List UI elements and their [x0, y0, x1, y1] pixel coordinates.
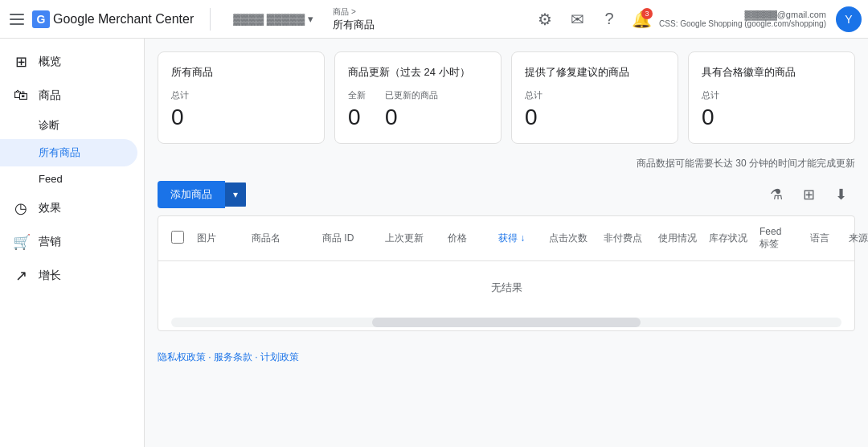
data-note: 商品数据可能需要长达 30 分钟的时间才能完成更新 — [158, 157, 855, 170]
product-updates-card-title: 商品更新（过去 24 小时） — [348, 65, 488, 80]
notification-icon[interactable]: 🔔 3 — [627, 5, 656, 34]
sidebar-item-growth[interactable]: ↗ 增长 — [0, 259, 137, 293]
all-products-card-subs: 总计 0 — [171, 89, 311, 130]
select-all-checkbox[interactable] — [171, 231, 184, 244]
approved-card-subs: 总计 0 — [702, 89, 841, 130]
scrollbar-thumb[interactable] — [372, 318, 641, 327]
sidebar-label-overview: 概览 — [39, 55, 61, 69]
css-label: CSS: Google Shopping (google.com/shoppin… — [659, 19, 826, 28]
col-header-feed: Feed标签 — [760, 226, 804, 251]
sidebar-label-marketing: 营销 — [39, 235, 61, 249]
footer-sep-1: · — [208, 351, 214, 363]
sidebar-item-overview[interactable]: ⊞ 概览 — [0, 45, 137, 79]
sidebar-item-feed[interactable]: Feed — [0, 166, 137, 191]
mail-icon[interactable]: ✉ — [563, 5, 592, 34]
sidebar: ⊞ 概览 🛍 商品 诊断 所有商品 Feed ◷ 效果 🛒 营销 ↗ 增长 — [0, 39, 145, 447]
product-updates-card: 商品更新（过去 24 小时） 全新 0 已更新的商品 0 — [334, 51, 502, 144]
approved-card: 具有合格徽章的商品 总计 0 — [688, 51, 855, 144]
earn-sort-icon: ↓ — [520, 232, 525, 244]
checkbox-col[interactable] — [171, 231, 190, 246]
avatar[interactable]: Y — [836, 6, 862, 32]
col-header-stock: 库存状况 — [709, 232, 753, 245]
topbar-right: ⚙ ✉ ? 🔔 3 ▓▓▓▓▓@gmail.com CSS: Google Sh… — [530, 5, 862, 34]
google-logo: G Google Merchant Center — [32, 10, 194, 28]
account-name: ▓▓▓▓ ▓▓▓▓▓ — [233, 13, 305, 25]
approved-total: 总计 0 — [702, 89, 719, 130]
topbar-left: G Google Merchant Center ▓▓▓▓ ▓▓▓▓▓ ▾ 商品… — [6, 6, 375, 32]
notification-badge: 3 — [641, 8, 653, 19]
sidebar-item-diagnosis[interactable]: 诊断 — [0, 112, 137, 139]
growth-icon: ↗ — [13, 267, 29, 285]
approved-total-value: 0 — [702, 105, 719, 130]
topbar: G Google Merchant Center ▓▓▓▓ ▓▓▓▓▓ ▾ 商品… — [0, 0, 868, 39]
breadcrumb-parent: 商品 > — [333, 6, 375, 18]
add-product-button[interactable]: 添加商品 ▾ — [158, 181, 246, 208]
filter-icon[interactable]: ⚗ — [762, 180, 791, 209]
all-products-total-value: 0 — [171, 105, 189, 130]
add-product-main[interactable]: 添加商品 — [158, 181, 225, 208]
columns-icon[interactable]: ⊞ — [794, 180, 823, 209]
horizontal-scrollbar[interactable] — [171, 318, 841, 327]
col-header-usage: 使用情况 — [658, 232, 702, 245]
all-products-total-label: 总计 — [171, 89, 189, 101]
all-products-total: 总计 0 — [171, 89, 189, 130]
product-updates-updated: 已更新的商品 0 — [385, 89, 438, 130]
suggestions-total-value: 0 — [525, 105, 542, 130]
col-header-image: 图片 — [197, 232, 245, 245]
sidebar-item-all-products[interactable]: 所有商品 — [0, 139, 137, 166]
suggestions-total: 总计 0 — [525, 89, 542, 130]
product-updates-new-label: 全新 — [348, 89, 366, 101]
col-header-earn[interactable]: 获得 ↓ — [498, 232, 542, 245]
table-toolbar: 添加商品 ▾ ⚗ ⊞ ⬇ — [158, 180, 855, 209]
col-header-update: 上次更新 — [385, 232, 441, 245]
toolbar-icons: ⚗ ⊞ ⬇ — [762, 180, 855, 209]
user-email: ▓▓▓▓▓@gmail.com — [745, 10, 826, 19]
product-updates-new-value: 0 — [348, 105, 366, 130]
download-icon[interactable]: ⬇ — [826, 180, 855, 209]
breadcrumb: 商品 > 所有商品 — [333, 6, 375, 32]
product-updates-updated-label: 已更新的商品 — [385, 89, 438, 101]
products-icon: 🛍 — [13, 87, 29, 104]
all-products-card-title: 所有商品 — [171, 65, 311, 80]
footer-privacy-link[interactable]: 隐私权政策 — [158, 351, 206, 363]
breadcrumb-current: 所有商品 — [333, 18, 375, 32]
sidebar-label-performance: 效果 — [39, 201, 61, 215]
app-title: Google Merchant Center — [53, 12, 194, 27]
product-updates-card-subs: 全新 0 已更新的商品 0 — [348, 89, 488, 130]
footer-terms-link[interactable]: 服务条款 — [214, 351, 252, 363]
google-g-icon: G — [32, 10, 50, 28]
menu-icon[interactable] — [6, 10, 26, 29]
sidebar-label-feed: Feed — [39, 173, 63, 185]
settings-icon[interactable]: ⚙ — [530, 5, 559, 34]
help-icon[interactable]: ? — [595, 5, 624, 34]
suggestions-card-subs: 总计 0 — [525, 89, 665, 130]
user-info: ▓▓▓▓▓@gmail.com CSS: Google Shopping (go… — [659, 10, 826, 28]
approved-total-label: 总计 — [702, 89, 719, 101]
sidebar-item-marketing[interactable]: 🛒 营销 — [0, 225, 137, 259]
col-header-price: 价格 — [448, 232, 492, 245]
no-results-row: 无结果 — [158, 261, 854, 314]
all-products-card: 所有商品 总计 0 — [158, 51, 325, 144]
sidebar-label-growth: 增长 — [39, 269, 61, 283]
col-header-id: 商品 ID — [322, 232, 379, 245]
product-updates-new: 全新 0 — [348, 89, 366, 130]
overview-icon: ⊞ — [13, 53, 29, 71]
sidebar-item-performance[interactable]: ◷ 效果 — [0, 191, 137, 225]
marketing-icon: 🛒 — [13, 233, 29, 251]
col-header-source: 来源 — [849, 232, 868, 245]
sidebar-item-products[interactable]: 🛍 商品 — [0, 79, 137, 112]
layout: ⊞ 概览 🛍 商品 诊断 所有商品 Feed ◷ 效果 🛒 营销 ↗ 增长 — [0, 0, 868, 447]
footer: 隐私权政策 · 服务条款 · 计划政策 — [158, 344, 855, 371]
col-header-lang: 语言 — [810, 232, 842, 245]
sidebar-label-all-products: 所有商品 — [39, 146, 80, 158]
sidebar-label-products: 商品 — [39, 88, 61, 103]
table-header: 图片 商品名 商品 ID 上次更新 价格 获得 ↓ 点击次数 非付费点 使用情况… — [158, 216, 854, 261]
account-selector[interactable]: ▓▓▓▓ ▓▓▓▓▓ ▾ — [227, 10, 320, 28]
account-dropdown-icon: ▾ — [308, 13, 313, 25]
add-product-arrow[interactable]: ▾ — [225, 182, 246, 207]
col-header-name: 商品名 — [252, 232, 316, 245]
sidebar-label-diagnosis: 诊断 — [39, 119, 59, 131]
cards-row: 所有商品 总计 0 商品更新（过去 24 小时） 全新 0 已更新的商 — [158, 51, 855, 144]
footer-policy-link[interactable]: 计划政策 — [260, 351, 299, 363]
suggestions-total-label: 总计 — [525, 89, 542, 101]
